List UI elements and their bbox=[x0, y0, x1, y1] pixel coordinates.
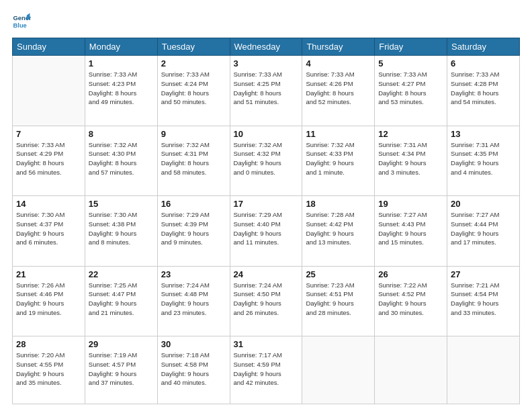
day-info: Sunrise: 7:19 AMSunset: 4:57 PMDaylight:… bbox=[89, 351, 154, 387]
day-number: 14 bbox=[16, 199, 81, 209]
table-row bbox=[447, 336, 520, 404]
table-row: 3Sunrise: 7:33 AMSunset: 4:25 PMDaylight… bbox=[230, 56, 302, 126]
day-info: Sunrise: 7:21 AMSunset: 4:54 PMDaylight:… bbox=[451, 281, 516, 318]
header-row: Sunday Monday Tuesday Wednesday Thursday… bbox=[13, 38, 520, 56]
table-row: 24Sunrise: 7:24 AMSunset: 4:50 PMDayligh… bbox=[230, 266, 302, 336]
table-row: 21Sunrise: 7:26 AMSunset: 4:46 PMDayligh… bbox=[13, 266, 85, 336]
day-number: 11 bbox=[306, 129, 371, 139]
day-number: 20 bbox=[451, 199, 516, 209]
col-saturday: Saturday bbox=[447, 38, 520, 56]
table-row: 29Sunrise: 7:19 AMSunset: 4:57 PMDayligh… bbox=[85, 336, 157, 404]
day-info: Sunrise: 7:22 AMSunset: 4:52 PMDaylight:… bbox=[378, 281, 443, 318]
calendar-table: Sunday Monday Tuesday Wednesday Thursday… bbox=[12, 38, 520, 404]
day-info: Sunrise: 7:33 AMSunset: 4:27 PMDaylight:… bbox=[378, 70, 443, 107]
table-row: 30Sunrise: 7:18 AMSunset: 4:58 PMDayligh… bbox=[157, 336, 230, 404]
calendar-body: 1Sunrise: 7:33 AMSunset: 4:23 PMDaylight… bbox=[13, 56, 520, 404]
header: General Blue bbox=[12, 12, 520, 31]
table-row: 4Sunrise: 7:33 AMSunset: 4:26 PMDaylight… bbox=[302, 56, 375, 126]
table-row bbox=[302, 336, 375, 404]
table-row: 1Sunrise: 7:33 AMSunset: 4:23 PMDaylight… bbox=[85, 56, 157, 126]
page: General Blue Sunday Monday Tuesday Wedne… bbox=[0, 0, 532, 411]
day-number: 6 bbox=[451, 58, 516, 68]
day-info: Sunrise: 7:28 AMSunset: 4:42 PMDaylight:… bbox=[306, 210, 371, 247]
table-row: 19Sunrise: 7:27 AMSunset: 4:43 PMDayligh… bbox=[375, 196, 447, 267]
day-info: Sunrise: 7:24 AMSunset: 4:50 PMDaylight:… bbox=[234, 281, 299, 318]
col-tuesday: Tuesday bbox=[157, 38, 230, 56]
day-info: Sunrise: 7:33 AMSunset: 4:24 PMDaylight:… bbox=[161, 70, 226, 107]
table-row: 18Sunrise: 7:28 AMSunset: 4:42 PMDayligh… bbox=[302, 196, 375, 267]
col-wednesday: Wednesday bbox=[230, 38, 302, 56]
day-number: 30 bbox=[161, 339, 226, 349]
day-number: 18 bbox=[306, 199, 371, 209]
table-row: 5Sunrise: 7:33 AMSunset: 4:27 PMDaylight… bbox=[375, 56, 447, 126]
day-info: Sunrise: 7:29 AMSunset: 4:39 PMDaylight:… bbox=[161, 210, 226, 247]
day-info: Sunrise: 7:23 AMSunset: 4:51 PMDaylight:… bbox=[306, 281, 371, 318]
day-number: 4 bbox=[306, 58, 371, 68]
day-number: 5 bbox=[378, 58, 443, 68]
table-row: 14Sunrise: 7:30 AMSunset: 4:37 PMDayligh… bbox=[13, 196, 85, 267]
table-row: 17Sunrise: 7:29 AMSunset: 4:40 PMDayligh… bbox=[230, 196, 302, 267]
table-row bbox=[13, 56, 85, 126]
logo-icon: General Blue bbox=[12, 12, 31, 31]
table-row: 9Sunrise: 7:32 AMSunset: 4:31 PMDaylight… bbox=[157, 126, 230, 196]
table-row: 26Sunrise: 7:22 AMSunset: 4:52 PMDayligh… bbox=[375, 266, 447, 336]
day-number: 26 bbox=[378, 269, 443, 279]
table-row: 7Sunrise: 7:33 AMSunset: 4:29 PMDaylight… bbox=[13, 126, 85, 196]
day-number: 8 bbox=[89, 129, 154, 139]
day-info: Sunrise: 7:18 AMSunset: 4:58 PMDaylight:… bbox=[161, 351, 226, 387]
day-info: Sunrise: 7:27 AMSunset: 4:44 PMDaylight:… bbox=[451, 210, 516, 247]
table-row: 15Sunrise: 7:30 AMSunset: 4:38 PMDayligh… bbox=[85, 196, 157, 267]
day-info: Sunrise: 7:32 AMSunset: 4:33 PMDaylight:… bbox=[306, 140, 371, 177]
col-sunday: Sunday bbox=[13, 38, 85, 56]
day-number: 21 bbox=[16, 269, 81, 279]
day-number: 16 bbox=[161, 199, 226, 209]
table-row: 13Sunrise: 7:31 AMSunset: 4:35 PMDayligh… bbox=[447, 126, 520, 196]
table-row: 12Sunrise: 7:31 AMSunset: 4:34 PMDayligh… bbox=[375, 126, 447, 196]
day-info: Sunrise: 7:17 AMSunset: 4:59 PMDaylight:… bbox=[234, 351, 299, 387]
day-number: 29 bbox=[89, 339, 154, 349]
logo: General Blue bbox=[12, 12, 34, 31]
table-row: 25Sunrise: 7:23 AMSunset: 4:51 PMDayligh… bbox=[302, 266, 375, 336]
day-number: 22 bbox=[89, 269, 154, 279]
day-number: 28 bbox=[16, 339, 81, 349]
day-info: Sunrise: 7:20 AMSunset: 4:55 PMDaylight:… bbox=[16, 351, 81, 387]
day-number: 27 bbox=[451, 269, 516, 279]
day-number: 1 bbox=[89, 58, 154, 68]
day-info: Sunrise: 7:30 AMSunset: 4:38 PMDaylight:… bbox=[89, 210, 154, 247]
day-info: Sunrise: 7:33 AMSunset: 4:25 PMDaylight:… bbox=[234, 70, 299, 107]
day-number: 31 bbox=[234, 339, 299, 349]
table-row: 23Sunrise: 7:24 AMSunset: 4:48 PMDayligh… bbox=[157, 266, 230, 336]
table-row: 20Sunrise: 7:27 AMSunset: 4:44 PMDayligh… bbox=[447, 196, 520, 267]
day-number: 12 bbox=[378, 129, 443, 139]
day-info: Sunrise: 7:32 AMSunset: 4:30 PMDaylight:… bbox=[89, 140, 154, 177]
day-number: 13 bbox=[451, 129, 516, 139]
col-monday: Monday bbox=[85, 38, 157, 56]
day-info: Sunrise: 7:31 AMSunset: 4:34 PMDaylight:… bbox=[378, 140, 443, 177]
day-number: 2 bbox=[161, 58, 226, 68]
day-number: 15 bbox=[89, 199, 154, 209]
day-number: 10 bbox=[234, 129, 299, 139]
day-info: Sunrise: 7:32 AMSunset: 4:32 PMDaylight:… bbox=[234, 140, 299, 177]
table-row: 28Sunrise: 7:20 AMSunset: 4:55 PMDayligh… bbox=[13, 336, 85, 404]
day-info: Sunrise: 7:24 AMSunset: 4:48 PMDaylight:… bbox=[161, 281, 226, 318]
day-info: Sunrise: 7:33 AMSunset: 4:28 PMDaylight:… bbox=[451, 70, 516, 107]
day-number: 3 bbox=[234, 58, 299, 68]
table-row: 16Sunrise: 7:29 AMSunset: 4:39 PMDayligh… bbox=[157, 196, 230, 267]
day-number: 23 bbox=[161, 269, 226, 279]
day-info: Sunrise: 7:33 AMSunset: 4:23 PMDaylight:… bbox=[89, 70, 154, 107]
day-info: Sunrise: 7:32 AMSunset: 4:31 PMDaylight:… bbox=[161, 140, 226, 177]
calendar-header: Sunday Monday Tuesday Wednesday Thursday… bbox=[13, 38, 520, 56]
svg-text:Blue: Blue bbox=[13, 22, 27, 29]
col-friday: Friday bbox=[375, 38, 447, 56]
table-row: 6Sunrise: 7:33 AMSunset: 4:28 PMDaylight… bbox=[447, 56, 520, 126]
day-info: Sunrise: 7:29 AMSunset: 4:40 PMDaylight:… bbox=[234, 210, 299, 247]
day-info: Sunrise: 7:25 AMSunset: 4:47 PMDaylight:… bbox=[89, 281, 154, 318]
table-row: 27Sunrise: 7:21 AMSunset: 4:54 PMDayligh… bbox=[447, 266, 520, 336]
day-number: 25 bbox=[306, 269, 371, 279]
day-number: 24 bbox=[234, 269, 299, 279]
day-info: Sunrise: 7:33 AMSunset: 4:26 PMDaylight:… bbox=[306, 70, 371, 107]
table-row: 8Sunrise: 7:32 AMSunset: 4:30 PMDaylight… bbox=[85, 126, 157, 196]
day-number: 19 bbox=[378, 199, 443, 209]
table-row: 2Sunrise: 7:33 AMSunset: 4:24 PMDaylight… bbox=[157, 56, 230, 126]
table-row: 10Sunrise: 7:32 AMSunset: 4:32 PMDayligh… bbox=[230, 126, 302, 196]
